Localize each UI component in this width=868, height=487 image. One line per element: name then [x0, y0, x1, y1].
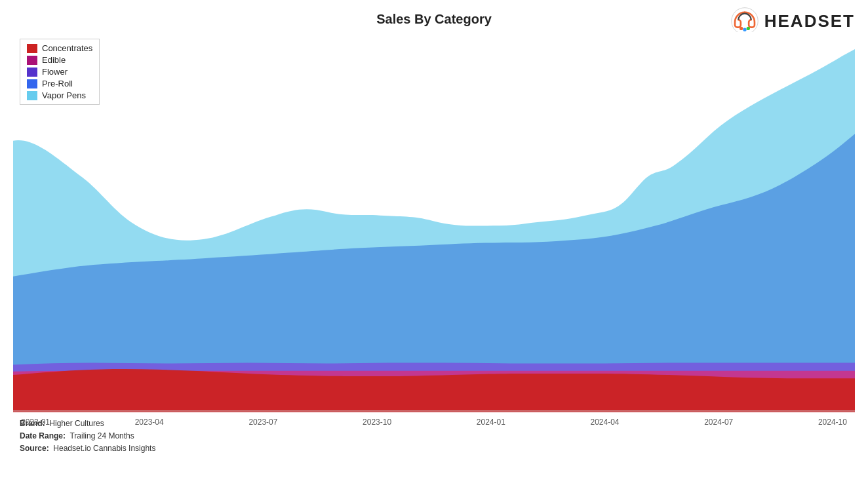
chart-legend: Concentrates Edible Flower Pre-Roll Vapo…	[20, 39, 100, 105]
svg-point-3	[746, 27, 749, 30]
legend-label-flower: Flower	[42, 67, 68, 77]
x-label-2: 2023-07	[243, 418, 283, 427]
chart-svg	[13, 32, 855, 412]
legend-label-edible: Edible	[42, 55, 66, 65]
legend-item-preroll: Pre-Roll	[27, 79, 92, 88]
svg-point-2	[743, 28, 746, 31]
legend-swatch-vaporpens	[27, 91, 37, 100]
legend-item-edible: Edible	[27, 55, 92, 65]
x-label-3: 2023-10	[357, 418, 397, 427]
legend-swatch-edible	[27, 56, 37, 65]
footer-source: Source: Headset.io Cannabis Insights	[20, 442, 848, 455]
x-axis-labels: 2023-01 2023-04 2023-07 2023-10 2024-01 …	[13, 415, 855, 427]
legend-label-preroll: Pre-Roll	[42, 79, 73, 88]
source-value: Headset.io Cannabis Insights	[53, 444, 155, 453]
legend-item-vaporpens: Vapor Pens	[27, 90, 92, 100]
legend-swatch-preroll	[27, 79, 37, 88]
legend-swatch-flower	[27, 68, 37, 77]
date-range-value: Trailing 24 Months	[69, 431, 134, 440]
headset-logo: HEADSET	[730, 7, 855, 35]
x-label-1: 2023-04	[130, 418, 169, 427]
legend-label-vaporpens: Vapor Pens	[42, 90, 86, 100]
date-range-label: Date Range:	[20, 431, 66, 440]
x-label-6: 2024-07	[699, 418, 738, 427]
x-label-7: 2024-10	[813, 418, 852, 427]
svg-point-1	[740, 27, 743, 30]
x-label-5: 2024-04	[585, 418, 625, 427]
legend-item-concentrates: Concentrates	[27, 43, 92, 53]
x-label-0: 2023-01	[16, 418, 55, 427]
main-container: HEADSET Sales By Category Concentrates E…	[0, 0, 868, 487]
footer-date-range: Date Range: Trailing 24 Months	[20, 430, 848, 442]
legend-item-flower: Flower	[27, 67, 92, 77]
chart-area: Concentrates Edible Flower Pre-Roll Vapo…	[13, 32, 855, 412]
x-label-4: 2024-01	[471, 418, 511, 427]
headset-logo-icon	[730, 7, 759, 35]
source-label: Source:	[20, 444, 49, 453]
legend-label-concentrates: Concentrates	[42, 43, 92, 53]
legend-swatch-concentrates	[27, 44, 37, 53]
logo-text: HEADSET	[764, 11, 855, 31]
